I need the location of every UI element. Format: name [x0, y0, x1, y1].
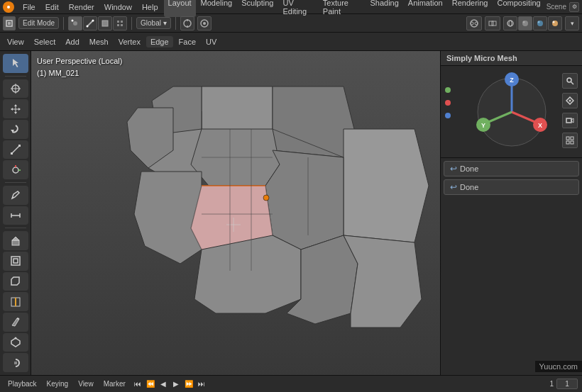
tab-sculpting[interactable]: Sculpting: [237, 0, 278, 17]
step-forward-btn[interactable]: ⏩: [183, 379, 194, 390]
measure-tool-btn[interactable]: [3, 206, 28, 225]
viewport-options-btn[interactable]: ▾: [565, 16, 579, 30]
annotate-tool-btn[interactable]: [3, 186, 28, 205]
done-button-1[interactable]: ↩ Done: [444, 161, 579, 177]
skip-to-start-btn[interactable]: ⏮: [132, 379, 143, 390]
step-back-btn[interactable]: ⏪: [145, 379, 156, 390]
shading-modes: [503, 16, 562, 30]
viewport[interactable]: User Perspective (Local) (1) MM_021: [31, 51, 440, 375]
viewport-info: User Perspective (Local) (1) MM_021: [37, 55, 122, 79]
tab-shading[interactable]: Shading: [366, 0, 402, 17]
keying-btn[interactable]: Keying: [43, 379, 72, 388]
watermark: Yuucn.com: [535, 361, 582, 372]
svg-marker-59: [344, 129, 429, 242]
playback-btn[interactable]: Playback: [4, 379, 40, 388]
nav-face[interactable]: Face: [175, 36, 200, 47]
view-search-btn[interactable]: [562, 73, 578, 89]
snap-btn[interactable]: [180, 16, 194, 30]
tab-modeling[interactable]: Modeling: [197, 0, 237, 17]
rendered-btn[interactable]: [548, 16, 562, 30]
nav-edge[interactable]: Edge: [146, 36, 173, 47]
tab-texture-paint[interactable]: Texture Paint: [319, 0, 366, 17]
svg-rect-95: [571, 137, 573, 140]
svg-rect-3: [8, 22, 11, 25]
tab-uv-editing[interactable]: UV Editing: [278, 0, 317, 17]
menu-edit[interactable]: Edit: [41, 1, 63, 13]
nav-mesh[interactable]: Mesh: [85, 36, 113, 47]
left-toolbar: [0, 51, 31, 375]
nav-select[interactable]: Select: [30, 36, 60, 47]
svg-rect-48: [13, 259, 18, 263]
tab-rendering[interactable]: Rendering: [448, 0, 493, 17]
skip-to-end-btn[interactable]: ⏭: [196, 379, 207, 390]
scale-tool-btn[interactable]: [3, 140, 28, 159]
edge-mode-btn[interactable]: [83, 16, 97, 30]
perspective-label: User Perspective (Local): [37, 55, 122, 67]
object-mode-icon[interactable]: [3, 16, 16, 30]
edit-mode-selector[interactable]: Edit Mode: [18, 17, 59, 29]
solid-btn[interactable]: [518, 16, 532, 30]
transform-tool-btn[interactable]: [3, 160, 28, 179]
svg-rect-38: [11, 152, 13, 155]
nav-add[interactable]: Add: [61, 36, 84, 47]
menu-window[interactable]: Window: [100, 1, 136, 13]
poly-build-btn[interactable]: [3, 333, 28, 352]
viewport-svg: [31, 51, 440, 375]
loop-cut-btn[interactable]: [3, 292, 28, 311]
spin-tool-btn[interactable]: [3, 353, 28, 372]
svg-point-27: [523, 21, 525, 23]
svg-rect-47: [11, 257, 20, 265]
nav-vertex[interactable]: Vertex: [114, 36, 145, 47]
separator-1: [63, 17, 64, 30]
fly-navigate-btn[interactable]: [562, 93, 578, 108]
inset-tool-btn[interactable]: [3, 252, 28, 271]
rotate-tool-btn[interactable]: [3, 120, 28, 139]
gizmo-area[interactable]: Z X Y: [441, 66, 582, 158]
camera-view-btn[interactable]: [562, 113, 578, 128]
move-tool-btn[interactable]: [3, 99, 28, 118]
menu-help[interactable]: Help: [138, 1, 163, 13]
right-panel: Simply Micro Mesh Z X Y: [440, 51, 582, 375]
extrude-tool-btn[interactable]: [3, 231, 28, 250]
navigation-gizmo[interactable]: Z X Y: [469, 69, 554, 155]
marker-btn[interactable]: Marker: [100, 379, 129, 388]
nav-uv[interactable]: UV: [202, 36, 221, 47]
frame-indicator: 1: [549, 379, 578, 389]
start-frame-label: 1: [549, 380, 554, 388]
dot-red: [445, 100, 451, 106]
top-menu-bar: File Edit Render Window Help Layout Mode…: [0, 0, 582, 14]
knife-tool-btn[interactable]: [3, 313, 28, 332]
done-button-2[interactable]: ↩ Done: [444, 179, 579, 195]
view-btn[interactable]: View: [75, 379, 97, 388]
svg-point-71: [263, 195, 269, 201]
svg-point-92: [569, 100, 571, 102]
wireframe-btn[interactable]: [503, 16, 517, 30]
menu-render[interactable]: Render: [65, 1, 99, 13]
tab-layout[interactable]: Layout: [164, 0, 196, 17]
tab-compositing[interactable]: Compositing: [493, 0, 545, 17]
current-frame-input[interactable]: [556, 379, 578, 389]
transform-global-btn[interactable]: Global▾: [136, 17, 171, 29]
proportional-btn[interactable]: [197, 16, 212, 30]
tab-animation[interactable]: Animation: [404, 0, 447, 17]
face-mode-btn[interactable]: [98, 16, 112, 30]
bevel-tool-btn[interactable]: [3, 272, 28, 291]
select-tool-btn[interactable]: [3, 54, 28, 73]
svg-rect-13: [121, 24, 123, 26]
menu-file[interactable]: File: [18, 1, 40, 13]
play-btn[interactable]: ▶: [170, 379, 182, 390]
overlay-btn[interactable]: [466, 16, 482, 30]
vertex-mode-btn[interactable]: [68, 16, 82, 30]
play-reverse-btn[interactable]: ◀: [158, 379, 169, 390]
extra-mode-btn[interactable]: [113, 16, 127, 30]
cursor-tool-btn[interactable]: [3, 79, 28, 99]
svg-rect-97: [571, 141, 573, 144]
nav-view[interactable]: View: [3, 36, 28, 47]
collection-view-btn[interactable]: [562, 133, 578, 148]
scene-btn[interactable]: ⚙: [569, 2, 579, 12]
material-btn[interactable]: [533, 16, 547, 30]
playback-controls: ⏮ ⏪ ◀ ▶ ⏩ ⏭: [132, 379, 207, 390]
svg-rect-94: [566, 137, 569, 140]
xray-btn[interactable]: [485, 16, 500, 30]
svg-marker-58: [273, 86, 354, 157]
